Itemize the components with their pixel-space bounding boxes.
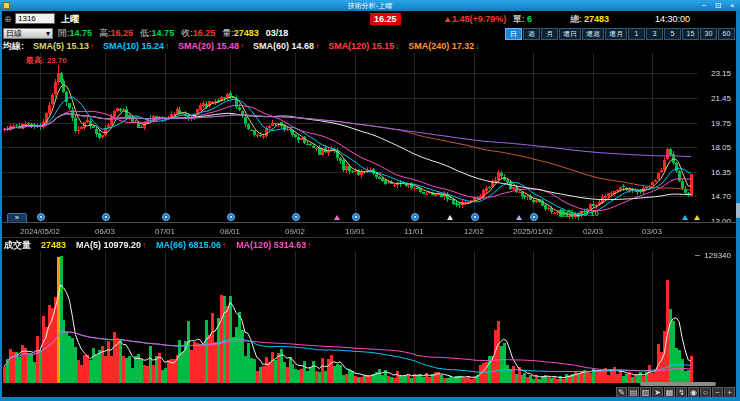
period-button-30[interactable]: 30	[700, 28, 717, 40]
ma-legend: 均線: SMA(5) 15.13↑SMA(10) 15.24↑SMA(20) 1…	[3, 41, 479, 52]
triangle-marker-icon	[447, 215, 453, 220]
volume-header-row: 成交量 27483 MA(5) 10979.20↑MA(66) 6815.06↑…	[0, 237, 740, 251]
news-marker-icon[interactable]	[227, 213, 235, 221]
period-button-5[interactable]: 5	[664, 28, 681, 40]
ohlc-toolbar-row: 日線 ▾ 開:14.75高:16.25低:14.75收:16.25量:27483…	[0, 27, 740, 40]
arrow-up-icon: ↑	[165, 42, 169, 51]
sma-legend-item-3: SMA(60) 14.68↑	[253, 41, 319, 52]
period-button-1[interactable]: 1	[628, 28, 645, 40]
lot-count: 單: 6	[513, 13, 532, 25]
ohlc-field-0: 開:14.75	[58, 28, 92, 39]
news-marker-icon[interactable]	[162, 213, 170, 221]
date-axis-label: 08/01	[220, 227, 240, 236]
minimize-button[interactable]: −	[699, 1, 709, 11]
lot-value: 6	[527, 14, 532, 24]
sma-legend-item-2: SMA(20) 15.48↑	[178, 41, 244, 52]
arrow-up-icon: ↑	[315, 42, 319, 51]
arrow-up-icon: ↑	[240, 42, 244, 51]
total-label: 總:	[570, 14, 582, 24]
ohlc-field-value: 03/18	[266, 28, 289, 38]
window-border-left	[0, 11, 2, 401]
period-button-還日[interactable]: 還日	[559, 28, 581, 40]
ohlc-field-value: 27483	[234, 28, 259, 38]
ohlc-field-value: 14.75	[152, 28, 175, 38]
news-marker-icon[interactable]	[102, 213, 110, 221]
ohlc-fields: 開:14.75高:16.25低:14.75收:16.25量:2748303/18	[58, 28, 288, 39]
stock-code-input[interactable]: 1316	[15, 13, 55, 24]
volume-chart-canvas[interactable]	[0, 251, 700, 385]
date-axis-label: 10/01	[345, 227, 365, 236]
chevron-down-icon: ▾	[46, 29, 50, 38]
sma-legend-item-text: SMA(10) 15.24	[103, 41, 164, 51]
period-button-月[interactable]: 月	[541, 28, 558, 40]
period-low-label: 最低: 13.10	[558, 208, 599, 219]
vol-ma-legend-item-text: MA(120) 5314.63	[236, 240, 306, 250]
vol-ma-legend-item-text: MA(66) 6815.06	[156, 240, 221, 250]
ohlc-field-3: 收:16.25	[181, 28, 215, 39]
news-marker-icon[interactable]	[471, 213, 479, 221]
price-axis-label: 23.15	[711, 69, 731, 78]
period-button-還週[interactable]: 還週	[582, 28, 604, 40]
sma-legend-item-1: SMA(10) 15.24↑	[103, 41, 169, 52]
news-marker-icon[interactable]	[530, 213, 538, 221]
arrow-up-icon: ↑	[142, 241, 146, 250]
volume-axis-max: 129340	[704, 251, 731, 260]
period-button-還月[interactable]: 還月	[605, 28, 627, 40]
total-volume: 總: 27483	[570, 13, 609, 25]
ohlc-field-value: 16.25	[193, 28, 216, 38]
triangle-marker-icon	[334, 215, 340, 220]
price-axis-label: 16.35	[711, 168, 731, 177]
news-marker-icon[interactable]	[292, 213, 300, 221]
period-button-週[interactable]: 週	[523, 28, 540, 40]
date-axis: 2024/05/0206/0307/0108/0109/0210/0111/01…	[0, 222, 740, 237]
add-circle-icon[interactable]: ⊕	[4, 13, 12, 25]
arrow-down-icon: ↓	[475, 42, 479, 51]
ohlc-field-value: 16.25	[111, 28, 134, 38]
lot-label: 單:	[513, 14, 525, 24]
sma-legend-item-text: SMA(240) 17.32	[408, 41, 474, 51]
date-axis-label: 2025/01/02	[513, 227, 553, 236]
close-button[interactable]: ×	[727, 1, 737, 11]
price-chart-canvas[interactable]	[0, 53, 700, 223]
news-marker-icon[interactable]	[411, 213, 419, 221]
window-controls: −⊡×	[699, 0, 737, 11]
period-button-group: 日週月還日還週還月135153060	[505, 28, 735, 40]
arrow-up-icon: ↑	[307, 241, 311, 250]
volume-chart-pane: 129340 ✎▤▥➤▦↯◉○−+	[0, 251, 740, 397]
arrow-up-icon: ↑	[90, 42, 94, 51]
ohlc-field-label: 量:	[222, 28, 234, 38]
sma-legend-item-5: SMA(240) 17.32↓	[408, 41, 479, 52]
news-marker-icon[interactable]	[352, 213, 360, 221]
triangle-marker-icon	[694, 215, 700, 220]
total-value: 27483	[584, 14, 609, 24]
horizontal-scrollbar[interactable]	[640, 382, 716, 386]
ohlc-field-1: 高:16.25	[99, 28, 133, 39]
technical-analysis-window: 技術分析-上曜 −⊡× ⊕ 1316 上曜 16.25 ▲1.45(+9.79%…	[0, 0, 740, 401]
period-button-15[interactable]: 15	[682, 28, 699, 40]
price-change: ▲1.45(+9.79%)	[443, 13, 506, 25]
title-bar[interactable]: 技術分析-上曜 −⊡×	[0, 0, 740, 11]
period-select[interactable]: 日線 ▾	[3, 28, 53, 39]
price-axis-label: 21.45	[711, 94, 731, 103]
sma-legend-item-0: SMA(5) 15.13↑	[33, 41, 94, 52]
news-marker-icon[interactable]	[37, 213, 45, 221]
ohlc-field-2: 低:14.75	[140, 28, 174, 39]
price-axis-label: 14.70	[711, 192, 731, 201]
period-button-60[interactable]: 60	[718, 28, 735, 40]
window-title: 技術分析-上曜	[0, 0, 740, 11]
ohlc-field-label: 開:	[58, 28, 70, 38]
window-border-bottom	[0, 397, 740, 401]
period-button-日[interactable]: 日	[505, 28, 522, 40]
date-axis-label: 12/02	[464, 227, 484, 236]
period-high-label: 最高: 23.70	[26, 55, 67, 66]
vertical-scrollbar-handle[interactable]	[736, 203, 740, 218]
triangle-marker-icon	[516, 215, 522, 220]
period-button-3[interactable]: 3	[646, 28, 663, 40]
restore-button[interactable]: ⊡	[713, 1, 723, 11]
ohlc-field-5: 03/18	[266, 28, 289, 39]
ohlc-field-4: 量:27483	[222, 28, 259, 39]
date-axis-label: 03/03	[642, 227, 662, 236]
price-chart-pane: 最高: 23.70 最低: 13.10 » 23.1521.4519.7518.…	[0, 53, 740, 223]
ma-legend-row: 均線: SMA(5) 15.13↑SMA(10) 15.24↑SMA(20) 1…	[0, 40, 740, 53]
price-axis-label: 19.75	[711, 119, 731, 128]
